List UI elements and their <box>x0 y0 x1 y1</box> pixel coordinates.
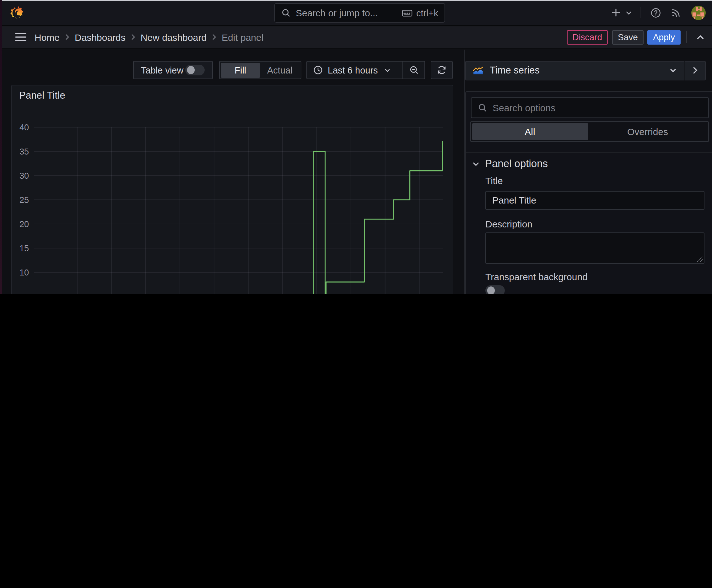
table-view-toggle[interactable] <box>185 65 205 76</box>
svg-text:15: 15 <box>19 244 28 253</box>
toggle-viz-picker-button[interactable] <box>684 61 706 80</box>
chevron-down-icon <box>669 67 676 74</box>
svg-text:30: 30 <box>19 171 28 181</box>
breadcrumb-dashboards[interactable]: Dashboards <box>75 32 126 43</box>
chevron-right-icon <box>130 34 136 41</box>
refresh-button[interactable] <box>430 61 452 79</box>
options-search-placeholder: Search options <box>493 102 555 113</box>
discard-button[interactable]: Discard <box>567 30 608 44</box>
visualization-select[interactable]: Time series <box>465 61 684 80</box>
search-icon <box>477 103 487 112</box>
add-menu-chevron-down-icon[interactable] <box>622 2 635 23</box>
zoom-out-button[interactable] <box>403 62 425 79</box>
options-search-input[interactable]: Search options <box>471 97 709 118</box>
time-range-label: Last 6 hours <box>328 65 378 75</box>
time-range-picker[interactable]: Last 6 hours <box>307 62 403 79</box>
options-tab-all[interactable]: All <box>472 123 588 140</box>
chevron-right-icon <box>211 34 217 41</box>
clock-icon <box>313 65 323 75</box>
breadcrumb: Home Dashboards New dashboard Edit panel <box>35 32 263 43</box>
panel-options-section-header[interactable]: Panel options <box>472 158 548 170</box>
user-avatar[interactable] <box>691 5 706 20</box>
collapse-chevron-up-icon[interactable] <box>693 27 708 47</box>
topbar-divider <box>640 7 641 18</box>
grafana-logo[interactable] <box>9 5 24 20</box>
breadcrumb-home[interactable]: Home <box>35 32 60 43</box>
fill-option[interactable]: Fill <box>221 63 260 78</box>
chevron-down-icon <box>472 160 479 167</box>
top-navigation-bar: Search or jump to... ctrl+k <box>0 0 712 25</box>
breadcrumb-bar: Home Dashboards New dashboard Edit panel… <box>0 26 712 49</box>
window-top-edge <box>0 0 712 1</box>
time-range-group: Last 6 hours <box>306 61 425 79</box>
panel-options-sidebar: Time series Search options All Overrides <box>464 49 712 294</box>
search-placeholder: Search or jump to... <box>296 7 402 18</box>
chevron-right-icon <box>691 67 699 74</box>
actions-divider <box>686 31 687 44</box>
options-tab-overrides[interactable]: Overrides <box>588 123 707 140</box>
table-view-label: Table view <box>141 65 184 75</box>
svg-text:5: 5 <box>24 292 28 294</box>
refresh-icon <box>437 65 446 75</box>
chevron-right-icon <box>64 34 70 41</box>
help-icon[interactable] <box>645 2 666 23</box>
menu-icon[interactable] <box>15 33 26 42</box>
panel-editor-area: Table view Fill Actual Last 6 hours <box>0 49 464 294</box>
visualization-value: Time series <box>490 65 540 76</box>
description-field-label: Description <box>486 218 533 229</box>
breadcrumb-edit-panel: Edit panel <box>222 32 263 43</box>
edit-actions: Discard Save Apply <box>567 27 708 47</box>
breadcrumb-new-dashboard[interactable]: New dashboard <box>141 32 207 43</box>
timeseries-viz-icon <box>473 66 483 75</box>
keyboard-icon <box>402 9 412 17</box>
options-divider <box>466 152 712 153</box>
transparent-background-label: Transparent background <box>486 271 588 282</box>
fill-actual-switch: Fill Actual <box>219 61 301 79</box>
topbar-actions <box>606 0 712 25</box>
panel-title-input[interactable]: Panel Title <box>486 191 705 210</box>
panel-title: Panel Title <box>19 90 65 101</box>
svg-text:20: 20 <box>19 219 28 229</box>
table-view-control: Table view <box>133 61 213 79</box>
svg-text:25: 25 <box>19 195 28 205</box>
news-rss-icon[interactable] <box>666 2 686 23</box>
transparent-background-toggle[interactable] <box>486 285 505 294</box>
search-icon <box>281 8 291 18</box>
search-shortcut: ctrl+k <box>402 8 438 18</box>
options-filter-tabs: All Overrides <box>470 121 709 142</box>
global-search-input[interactable]: Search or jump to... ctrl+k <box>274 3 445 23</box>
grafana-edit-panel-page: Search or jump to... ctrl+k <box>0 0 712 294</box>
save-button[interactable]: Save <box>612 30 644 44</box>
chevron-down-icon <box>384 67 390 73</box>
panel-description-textarea[interactable] <box>486 232 705 264</box>
actual-option[interactable]: Actual <box>260 63 300 78</box>
textarea-resize-icon[interactable] <box>697 256 703 261</box>
svg-text:35: 35 <box>19 147 28 156</box>
svg-text:10: 10 <box>19 268 28 277</box>
svg-text:40: 40 <box>19 123 28 132</box>
timeseries-chart[interactable]: 051015202530354015:3016:0016:3017:0017:3… <box>12 85 452 294</box>
apply-button[interactable]: Apply <box>647 30 681 44</box>
zoom-out-icon <box>409 65 418 75</box>
title-field-label: Title <box>486 175 503 186</box>
window-left-edge <box>0 0 2 294</box>
options-pane: Search options All Overrides Panel optio… <box>465 91 712 294</box>
chart-panel: Panel Title 051015202530354015:3016:0016… <box>11 85 453 294</box>
visualization-picker: Time series <box>465 61 706 80</box>
